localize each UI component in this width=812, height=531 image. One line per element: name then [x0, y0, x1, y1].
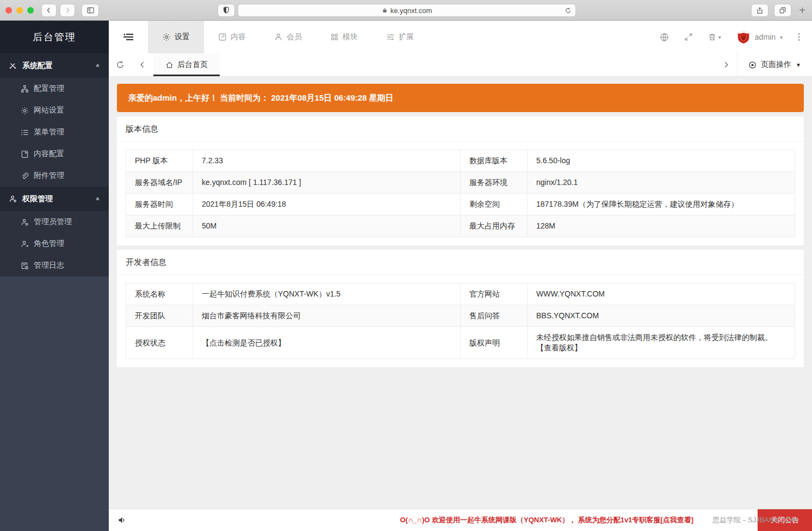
modules-icon [330, 33, 339, 41]
tab-home[interactable]: 后台首页 [153, 53, 220, 76]
user-menu[interactable]: admin ▾ [736, 30, 783, 45]
nav-tab-content[interactable]: 内容 [204, 21, 260, 53]
sidebar-group-label: 权限管理 [22, 194, 53, 204]
sidebar-item-label: 内容配置 [34, 149, 64, 159]
tools-icon [9, 61, 17, 70]
language-globe-button[interactable] [660, 33, 669, 42]
share-button[interactable] [751, 4, 768, 17]
license-check-link[interactable]: 【点击检测是否已授权】 [193, 327, 461, 359]
shield-icon [222, 6, 230, 14]
privacy-shield-button[interactable] [218, 4, 235, 17]
window-controls [5, 7, 34, 14]
gear-icon [162, 33, 171, 41]
page-actions-dropdown[interactable]: 页面操作 ▼ [737, 53, 812, 76]
browser-back-button[interactable] [41, 4, 57, 17]
sidebar-group-system-config[interactable]: 系统配置 ∧ [0, 53, 109, 78]
nav-tab-label: 模块 [343, 32, 358, 42]
zoom-window-button[interactable] [27, 7, 34, 14]
nav-tab-extensions[interactable]: 扩展 [372, 21, 428, 53]
row-label: PHP 版本 [126, 150, 193, 172]
row-value: 187178.39M（为了保障长期稳定运营，建议使用对象储存） [528, 194, 795, 215]
row-value: 7.2.33 [193, 150, 461, 172]
reload-button[interactable] [565, 7, 572, 14]
table-row: 授权状态 【点击检测是否已授权】 版权声明 未经授权如果擅自销售或非法商用未授权… [126, 327, 795, 359]
clear-cache-button[interactable]: ▾ [708, 33, 721, 41]
nav-tab-settings[interactable]: 设置 [148, 21, 204, 53]
announcement-marquee[interactable]: O(∩_∩)O 欢迎使用一起牛系统网课版（YQNXT-WK）， 系统为您分配1v… [400, 515, 693, 525]
new-tab-button[interactable]: + [797, 4, 808, 17]
tabs-icon [779, 7, 786, 14]
refresh-icon [116, 60, 125, 69]
nav-tab-members[interactable]: 会员 [260, 21, 316, 53]
greeting-banner: 亲爱的admin，上午好！ 当前时间为： 2021年08月15日 06:49:2… [117, 84, 804, 112]
caret-down-icon: ▾ [780, 34, 783, 40]
sidebar-item-config-management[interactable]: 配置管理 [0, 78, 109, 100]
row-label: 系统名称 [126, 283, 193, 305]
browser-chrome: ke.yqnxt.com + [0, 0, 812, 21]
scroll-tabs-right-button[interactable] [715, 53, 737, 76]
card-title: 开发者信息 [117, 250, 804, 275]
row-label: 官方网站 [461, 283, 528, 305]
caret-down-icon: ▾ [718, 34, 721, 40]
sidebar-item-role-management[interactable]: 角色管理 [0, 233, 109, 255]
speaker-icon [117, 516, 127, 524]
sidebar-item-admin-management[interactable]: 管理员管理 [0, 211, 109, 233]
menu-collapse-icon [123, 32, 134, 42]
row-value: ke.yqnxt.com [ 1.117.36.171 ] [193, 172, 461, 194]
home-icon [165, 61, 173, 69]
copyright-statement[interactable]: 未经授权如果擅自销售或非法商用未授权的软件，将受到法律的制裁。 【查看版权】 [528, 327, 795, 359]
sidebar-item-label: 网站设置 [34, 106, 64, 115]
page-tab-bar: 后台首页 页面操作 ▼ [109, 53, 812, 77]
row-value: BBS.YQNXT.COM [528, 305, 795, 327]
sidebar-item-site-settings[interactable]: 网站设置 [0, 100, 109, 121]
row-label: 数据库版本 [461, 150, 528, 172]
sidebar-icon [86, 7, 95, 14]
username: admin [755, 33, 776, 41]
scroll-tabs-left-button[interactable] [131, 53, 153, 76]
row-value: 烟台市豪客网络科技有限公司 [193, 305, 461, 327]
sidebar-item-menu-management[interactable]: 菜单管理 [0, 121, 109, 143]
row-label: 服务器环境 [461, 172, 528, 194]
version-info-card: 版本信息 PHP 版本 7.2.33 数据库版本 5.6.50-log 服务器域… [117, 116, 804, 245]
lock-icon [382, 7, 388, 14]
page-actions-label: 页面操作 [761, 60, 791, 70]
row-value: 5.6.50-log [528, 150, 795, 172]
address-bar[interactable]: ke.yqnxt.com [238, 4, 576, 17]
nav-tab-label: 设置 [175, 32, 190, 42]
tab-overview-button[interactable] [774, 4, 791, 17]
row-value: nginx/1.20.1 [528, 172, 795, 194]
app-brand: 后台管理 [0, 21, 109, 53]
expand-icon [684, 33, 693, 41]
nav-tab-modules[interactable]: 模块 [316, 21, 372, 53]
sidebar-item-admin-logs[interactable]: 管理日志 [0, 255, 109, 276]
sidebar-item-label: 管理员管理 [34, 217, 72, 227]
nav-tab-label: 扩展 [399, 32, 414, 42]
table-row: 服务器域名/IP ke.yqnxt.com [ 1.117.36.171 ] 服… [126, 172, 795, 194]
user-icon [274, 33, 283, 41]
sidebar-item-label: 附件管理 [34, 171, 64, 181]
refresh-page-button[interactable] [109, 53, 131, 76]
admin-user-icon [21, 218, 29, 226]
close-window-button[interactable] [5, 7, 12, 14]
sidebar-collapse-button[interactable] [109, 21, 148, 53]
sidebar: 后台管理 系统配置 ∧ 配置管理 网站设置 菜单管理 内容配置 [0, 21, 109, 531]
row-label: 最大占用内存 [461, 215, 528, 237]
card-title: 版本信息 [117, 116, 804, 142]
sidebar-background [0, 276, 109, 531]
browser-forward-button[interactable] [60, 4, 75, 17]
chevron-right-icon [64, 7, 71, 14]
sidebar-item-content-config[interactable]: 内容配置 [0, 143, 109, 165]
minimize-window-button[interactable] [16, 7, 23, 14]
table-row: PHP 版本 7.2.33 数据库版本 5.6.50-log [126, 150, 795, 172]
sidebar-item-label: 配置管理 [34, 84, 64, 94]
user-icon [9, 195, 17, 203]
browser-sidebar-toggle-button[interactable] [82, 4, 99, 17]
row-value: 一起牛知识付费系统（YQNXT-WK）v1.5 [193, 283, 461, 305]
row-label: 最大上传限制 [126, 215, 193, 237]
more-menu-button[interactable] [798, 33, 800, 41]
dots-vertical-icon [798, 33, 800, 41]
table-row: 最大上传限制 50M 最大占用内存 128M [126, 215, 795, 237]
sidebar-group-permissions[interactable]: 权限管理 ∧ [0, 187, 109, 211]
sidebar-item-attachment-management[interactable]: 附件管理 [0, 165, 109, 187]
fullscreen-button[interactable] [684, 33, 693, 41]
